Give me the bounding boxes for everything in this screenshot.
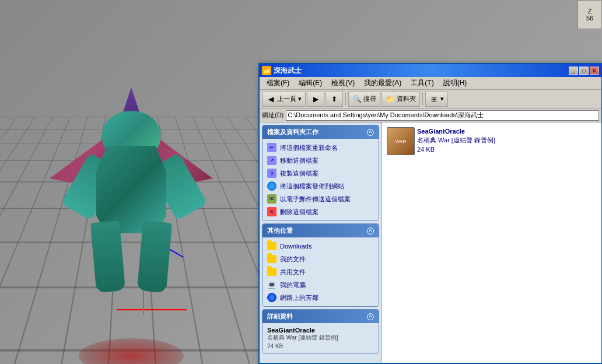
my-docs-icon [267,254,276,264]
menu-tools[interactable]: 工具(T) [406,77,438,89]
file-detail-line2: 24 KB [417,145,495,154]
file-name: SeaGiantOracle [417,127,495,136]
other-locations-content: Downloads 我的文件 共用文件 [262,237,379,306]
copy-icon: ⎘ [267,169,276,178]
toolbar-separator-1 [345,93,346,106]
move-item[interactable]: ↗ 移動這個檔案 [262,154,379,167]
view-dropdown-icon: ▾ [440,95,444,103]
my-computer-label: 我的電腦 [280,281,306,289]
toolbar: ◀ 上一頁 ▾ ▶ ⬆ 🔍 搜尋 📁 資料夾 ⊞ ▾ [260,90,601,108]
window-title: 深海武士 [274,66,569,76]
view-icon: ⊞ [429,94,439,104]
shared-docs-link[interactable]: 共用文件 [262,265,379,278]
file-item[interactable]: WAR SeaGiantOracle 名稱典 War [連結聲 錄普例] 24 … [384,125,599,158]
detail-size: 24 KB [267,343,374,349]
other-locations-header[interactable]: 其他位置 ^ [262,224,379,237]
detail-type: 名稱典 War [連結聲 錄普例] [267,334,374,342]
minimize-button[interactable]: _ [569,66,578,75]
3d-character [18,58,245,338]
address-bar: 網址(D) [260,108,601,123]
file-area: WAR SeaGiantOracle 名稱典 War [連結聲 錄普例] 24 … [382,123,601,363]
details-title: 詳細資料 [267,312,293,321]
file-tasks-title: 檔案及資料夾工作 [267,128,318,136]
my-docs-label: 我的文件 [280,255,306,264]
file-details: SeaGiantOracle 名稱典 War [連結聲 錄普例] 24 KB [417,127,495,154]
forward-icon: ▶ [311,94,320,104]
menu-help[interactable]: 說明(H) [439,77,472,89]
details-header[interactable]: 詳細資料 ^ [262,310,379,323]
content-area: 檔案及資料夾工作 ^ ✏ 將這個檔案重新命名 ↗ 移動這個檔案 ⎘ 複製這個檔案 [260,123,601,363]
menu-view[interactable]: 檢視(V) [327,77,359,89]
email-item[interactable]: ✉ 以電子郵件傳送這個檔案 [262,192,379,205]
publish-item[interactable]: 將這個檔案發佈到網站 [262,180,379,192]
other-locations-title: 其他位置 [267,226,293,235]
rename-icon: ✏ [267,143,276,152]
char-torso [96,146,166,233]
file-tasks-section: 檔案及資料夾工作 ^ ✏ 將這個檔案重新命名 ↗ 移動這個檔案 ⎘ 複製這個檔案 [262,125,379,221]
file-tasks-content: ✏ 將這個檔案重新命名 ↗ 移動這個檔案 ⎘ 複製這個檔案 將這個檔案發佈到網站 [262,139,379,220]
shared-docs-label: 共用文件 [280,268,306,276]
rename-label: 將這個檔案重新命名 [280,144,338,152]
rename-item[interactable]: ✏ 將這個檔案重新命名 [262,141,379,154]
up-icon: ⬆ [330,94,339,104]
maximize-button[interactable]: □ [579,66,589,75]
left-panel: 檔案及資料夾工作 ^ ✏ 將這個檔案重新命名 ↗ 移動這個檔案 ⎘ 複製這個檔案 [260,123,382,363]
file-tasks-header[interactable]: 檔案及資料夾工作 ^ [262,125,379,139]
up-button[interactable]: ⬆ [326,92,343,107]
back-label: 上一頁 [277,94,296,103]
collapse-icon-2: ^ [367,228,374,235]
close-button[interactable]: ✕ [590,66,599,75]
folders-button[interactable]: 📁 資料夾 [382,92,420,107]
collapse-icon-1: ^ [367,129,374,136]
file-detail-line1: 名稱典 War [連結聲 錄普例] [417,136,495,145]
menu-edit[interactable]: 編輯(E) [294,77,327,89]
copy-item[interactable]: ⎘ 複製這個檔案 [262,167,379,180]
z-value: 56 [586,15,593,22]
network-label: 網路上的芳鄰 [280,293,318,302]
character-body [44,76,219,321]
file-icon: WAR [387,127,415,155]
publish-label: 將這個檔案發佈到網站 [280,182,344,191]
char-leg-left [90,220,125,293]
shared-docs-icon [267,267,276,276]
details-content: SeaGiantOracle 名稱典 War [連結聲 錄普例] 24 KB [262,323,379,353]
detail-filename: SeaGiantOracle [267,327,374,334]
move-label: 移動這個檔案 [280,156,318,165]
network-icon [267,293,276,302]
downloads-link[interactable]: Downloads [262,240,379,253]
network-link[interactable]: 網路上的芳鄰 [262,291,379,304]
menu-file[interactable]: 檔案(F) [262,77,294,89]
search-label: 搜尋 [363,94,376,103]
address-input[interactable] [286,110,599,121]
char-leg-right [137,220,172,293]
forward-button[interactable]: ▶ [307,92,324,107]
view-button[interactable]: ⊞ ▾ [425,92,448,107]
folders-icon: 📁 [386,94,395,104]
search-icon: 🔍 [352,94,362,104]
folders-label: 資料夾 [397,94,416,103]
z-label: Z [588,8,592,15]
file-icon-label: WAR [396,139,406,144]
copy-label: 複製這個檔案 [280,169,318,178]
my-computer-link[interactable]: 💻 我的電腦 [262,278,379,291]
collapse-icon-3: ^ [367,313,374,320]
window-icon: 📁 [262,66,271,75]
delete-item[interactable]: ✕ 刪除這個檔案 [262,205,379,218]
downloads-folder-icon [267,242,276,251]
delete-label: 刪除這個檔案 [280,208,318,216]
email-icon: ✉ [267,194,276,204]
other-locations-section: 其他位置 ^ Downloads 我的文件 [262,223,379,307]
my-docs-link[interactable]: 我的文件 [262,253,379,265]
menu-bar: 檔案(F) 編輯(E) 檢視(V) 我的最愛(A) 工具(T) 說明(H) [260,77,601,90]
z-panel: Z 56 [578,0,602,29]
explorer-window: 📁 深海武士 _ □ ✕ 檔案(F) 編輯(E) 檢視(V) 我的最愛(A) 工… [258,63,602,364]
address-label: 網址(D) [262,111,284,120]
details-section: 詳細資料 ^ SeaGiantOracle 名稱典 War [連結聲 錄普例] … [262,309,379,354]
search-button[interactable]: 🔍 搜尋 [348,92,380,107]
delete-icon: ✕ [267,207,276,216]
downloads-label: Downloads [280,243,312,250]
menu-favorites[interactable]: 我的最愛(A) [359,77,406,89]
back-button[interactable]: ◀ 上一頁 ▾ [262,92,306,107]
back-icon: ◀ [266,94,275,104]
publish-icon [267,181,276,191]
